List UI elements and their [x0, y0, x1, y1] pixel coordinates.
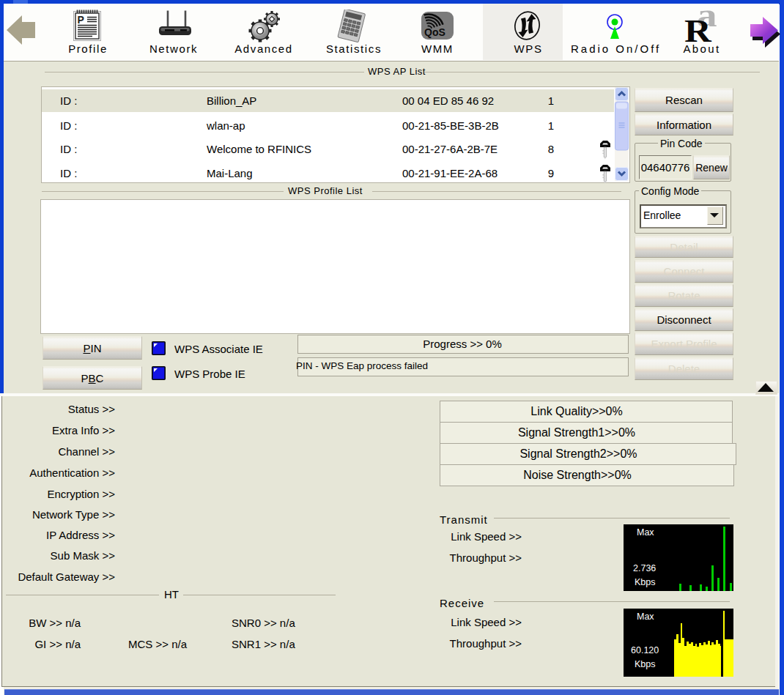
svg-text:Kbps: Kbps — [635, 659, 656, 669]
svg-text:Max: Max — [637, 527, 654, 538]
svg-text:QoS: QoS — [424, 26, 445, 38]
svg-text:Kbps: Kbps — [635, 577, 656, 587]
svg-text:Max: Max — [637, 612, 654, 622]
svg-text:60.120: 60.120 — [631, 645, 659, 655]
svg-text:2.736: 2.736 — [633, 563, 656, 573]
svg-text:P: P — [78, 14, 84, 26]
